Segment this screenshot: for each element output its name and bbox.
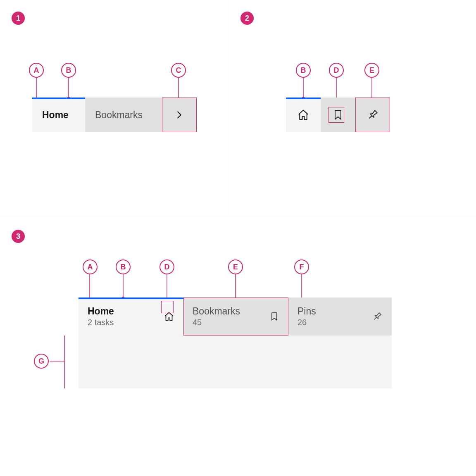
- callout-label: B: [296, 63, 311, 78]
- panel-number-label: 3: [16, 232, 20, 241]
- tab-bookmarks[interactable]: [321, 98, 355, 132]
- bookmark-icon: [332, 109, 344, 121]
- callout-label: A: [83, 259, 98, 274]
- callout-label: G: [34, 354, 49, 369]
- tab-label: Bookmarks: [95, 109, 143, 121]
- tab-label: Home: [42, 109, 69, 121]
- chevron-right-icon: [175, 111, 183, 119]
- panel-number-badge: 2: [240, 12, 254, 25]
- pin-icon: [367, 109, 379, 121]
- tab-sublabel: 26: [298, 318, 316, 327]
- pin-icon: [372, 311, 383, 322]
- tab-bookmarks[interactable]: Bookmarks: [85, 98, 162, 132]
- callout-label: B: [116, 259, 131, 274]
- tab-sublabel: 45: [193, 318, 240, 327]
- tab-home[interactable]: [286, 98, 321, 132]
- callout-label: E: [364, 63, 379, 78]
- panel-number-badge: 3: [12, 230, 25, 243]
- selected-indicator: [79, 298, 183, 299]
- selected-indicator: [32, 98, 85, 99]
- bookmark-icon: [269, 312, 279, 321]
- tab-pins[interactable]: [355, 98, 390, 132]
- leader-lines: [0, 0, 476, 476]
- tab-bookmarks[interactable]: Bookmarks 45: [183, 298, 288, 336]
- tab-pins[interactable]: Pins 26: [288, 298, 392, 336]
- callout-label: E: [228, 259, 243, 274]
- tab-label: Pins: [298, 306, 316, 317]
- tabs-icon-only: [286, 98, 390, 132]
- tab-content-panel: [79, 336, 392, 388]
- tab-home[interactable]: Home 2 tasks: [79, 298, 183, 336]
- tab-overflow-button[interactable]: [162, 98, 197, 132]
- tab-sublabel: 2 tasks: [88, 318, 114, 327]
- home-icon: [297, 109, 309, 121]
- tab-label: Bookmarks: [193, 306, 240, 317]
- panel-number-label: 2: [245, 14, 249, 23]
- selected-indicator: [286, 98, 321, 99]
- tab-home[interactable]: Home: [32, 98, 85, 132]
- tab-label: Home: [88, 306, 114, 317]
- home-icon: [164, 311, 174, 322]
- tabs-text-overflow: Home Bookmarks: [32, 98, 197, 132]
- callout-label: D: [159, 259, 174, 274]
- callout-label: F: [294, 259, 309, 274]
- callout-label: D: [329, 63, 344, 78]
- tabs-text-icon-secondary: Home 2 tasks Bookmarks 45 Pins 26: [79, 298, 392, 336]
